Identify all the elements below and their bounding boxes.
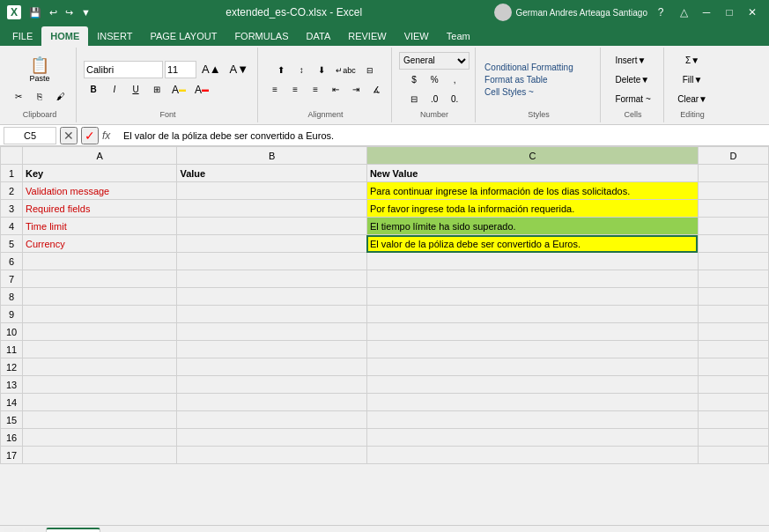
tab-insert[interactable]: INSERT [88, 26, 141, 46]
align-top-button[interactable]: ⬆ [271, 62, 291, 79]
cell-d3[interactable] [698, 200, 768, 218]
fill-color-button[interactable]: A▬ [168, 81, 189, 99]
increase-font-button[interactable]: A▲ [198, 61, 225, 78]
dec-dec-button[interactable]: 0. [445, 91, 464, 108]
align-left-button[interactable]: ≡ [265, 81, 285, 99]
formula-cancel-button[interactable]: ✕ [60, 127, 78, 144]
percent-button[interactable]: $ [404, 71, 424, 89]
cell-b11[interactable] [177, 341, 366, 358]
underline-button[interactable]: U [126, 81, 145, 99]
cut-button[interactable]: ✂ [9, 87, 28, 105]
cell-a16[interactable] [23, 429, 177, 447]
cell-c2[interactable]: Para continuar ingrese la información de… [366, 182, 698, 200]
formula-confirm-button[interactable]: ✓ [81, 127, 99, 144]
accounting-button[interactable]: ⊟ [404, 91, 424, 108]
tab-team[interactable]: Team [438, 26, 479, 46]
format-painter-button[interactable]: 🖌 [51, 87, 70, 105]
tab-page-layout[interactable]: PAGE LAYOUT [141, 26, 226, 46]
cell-c16[interactable] [366, 429, 698, 447]
cell-reference-input[interactable] [4, 127, 56, 144]
cell-c12[interactable] [366, 358, 698, 376]
cell-b13[interactable] [177, 376, 366, 394]
cell-a15[interactable] [23, 411, 177, 429]
align-middle-button[interactable]: ↕ [292, 62, 311, 79]
col-header-b[interactable]: B [177, 147, 366, 165]
number-format-select[interactable]: General Number Currency [399, 52, 470, 70]
cell-c6[interactable] [366, 253, 698, 270]
cell-d14[interactable] [698, 394, 768, 411]
cell-a1[interactable]: Key [23, 165, 177, 182]
paste-button[interactable]: 📋 Paste [21, 55, 57, 85]
cell-b14[interactable] [177, 394, 366, 411]
cell-a10[interactable] [23, 323, 177, 341]
align-bottom-button[interactable]: ⬇ [312, 62, 331, 79]
cell-d4[interactable] [698, 218, 768, 235]
cell-c7[interactable] [366, 270, 698, 288]
cell-b15[interactable] [177, 411, 366, 429]
format-as-table-button[interactable]: Format as Table [481, 74, 596, 85]
clear-button[interactable]: Clear▼ [674, 91, 711, 108]
cell-c15[interactable] [366, 411, 698, 429]
cell-c10[interactable] [366, 323, 698, 341]
customize-quick-btn[interactable]: ▼ [78, 5, 93, 20]
cell-d9[interactable] [698, 306, 768, 323]
cell-a5[interactable]: Currency [23, 235, 177, 253]
cell-b5[interactable] [177, 235, 366, 253]
tab-formulas[interactable]: FORMULAS [226, 26, 297, 46]
minimize-btn[interactable]: ─ [697, 3, 716, 22]
help-btn[interactable]: ? [651, 3, 670, 22]
cell-a9[interactable] [23, 306, 177, 323]
close-btn[interactable]: ✕ [743, 3, 762, 22]
col-header-d[interactable]: D [698, 147, 768, 165]
cell-a4[interactable]: Time limit [23, 218, 177, 235]
cell-c8[interactable] [366, 288, 698, 306]
cell-b9[interactable] [177, 306, 366, 323]
cell-d15[interactable] [698, 411, 768, 429]
cell-c13[interactable] [366, 376, 698, 394]
cell-a3[interactable]: Required fields [23, 200, 177, 218]
cell-c17[interactable] [366, 447, 698, 464]
redo-quick-btn[interactable]: ↪ [63, 5, 76, 20]
sheet-tab-sheet1[interactable]: Sheet1 [46, 528, 100, 532]
copy-button[interactable]: ⎘ [30, 87, 49, 105]
cell-a7[interactable] [23, 270, 177, 288]
delete-button[interactable]: Delete▼ [611, 71, 653, 89]
comma-button[interactable]: % [425, 71, 444, 89]
col-header-c[interactable]: C [366, 147, 698, 165]
cell-d7[interactable] [698, 270, 768, 288]
tab-review[interactable]: REVIEW [339, 26, 395, 46]
scroll-sheet-left-btn[interactable]: ◀ [4, 528, 23, 532]
undo-quick-btn[interactable]: ↩ [47, 5, 60, 20]
col-header-a[interactable]: A [23, 147, 177, 165]
cell-d11[interactable] [698, 341, 768, 358]
decrease-font-button[interactable]: A▼ [226, 61, 253, 78]
autosum-button[interactable]: Σ▼ [682, 52, 703, 70]
cell-d2[interactable] [698, 182, 768, 200]
fill-button[interactable]: Fill▼ [679, 71, 706, 89]
pct-button[interactable]: , [445, 71, 464, 89]
format-button[interactable]: Format ~ [611, 91, 654, 108]
tab-file[interactable]: FILE [4, 26, 41, 46]
cell-a17[interactable] [23, 447, 177, 464]
formula-input[interactable] [120, 127, 765, 144]
font-color-button[interactable]: A▬ [191, 81, 212, 99]
wrap-text-button[interactable]: ↵abc [332, 62, 359, 79]
cell-c9[interactable] [366, 306, 698, 323]
cell-b10[interactable] [177, 323, 366, 341]
cell-b12[interactable] [177, 358, 366, 376]
cell-d17[interactable] [698, 447, 768, 464]
cell-d13[interactable] [698, 376, 768, 394]
save-quick-btn[interactable]: 💾 [26, 5, 44, 20]
cell-styles-button[interactable]: Cell Styles ~ [481, 86, 596, 98]
cell-b8[interactable] [177, 288, 366, 306]
ribbon-toggle-btn[interactable]: △ [674, 3, 693, 22]
cell-b7[interactable] [177, 270, 366, 288]
indent-inc-button[interactable]: ⇥ [346, 81, 366, 99]
merge-button[interactable]: ⊟ [360, 62, 380, 79]
cell-c3[interactable]: Por favor ingrese toda la información re… [366, 200, 698, 218]
cell-d6[interactable] [698, 253, 768, 270]
align-right-button[interactable]: ≡ [306, 81, 325, 99]
tab-view[interactable]: VIEW [396, 26, 438, 46]
align-center-button[interactable]: ≡ [285, 81, 305, 99]
conditional-formatting-button[interactable]: Conditional Formatting [481, 62, 596, 73]
